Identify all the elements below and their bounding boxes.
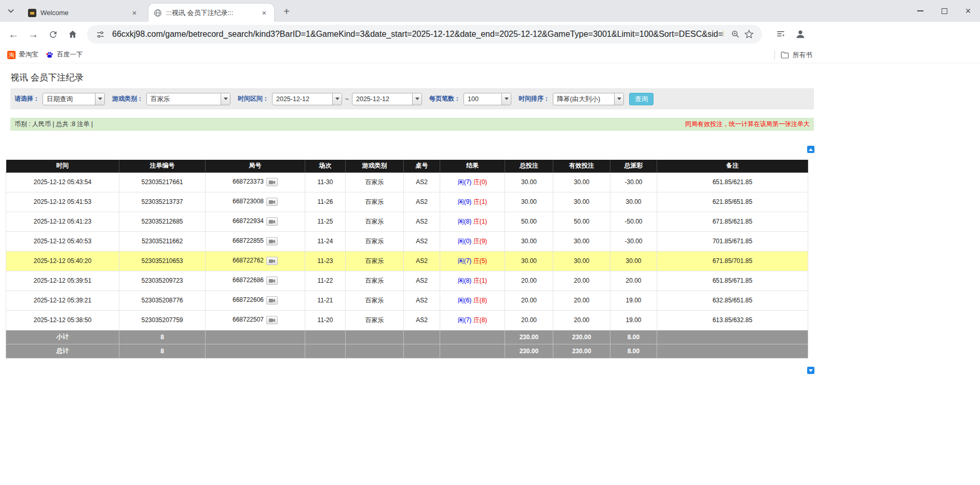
bookmark-aitaobao[interactable]: 淘 爱淘宝 — [7, 50, 38, 59]
address-bar[interactable]: 66cxkj98.com/game/betrecord_search/kind3… — [87, 25, 762, 44]
bet-row: 2025-12-12 05:38:50523035207759668722507… — [6, 310, 808, 330]
result-player: 闲(8) — [458, 218, 472, 225]
result-player: 闲(7) — [458, 257, 472, 265]
result-player: 闲(6) — [458, 297, 472, 304]
cell-valid-bet: 20.00 — [553, 271, 610, 290]
profile-avatar-icon[interactable] — [792, 26, 809, 43]
tab-close-icon[interactable]: × — [130, 8, 139, 18]
dropdown-arrow-icon[interactable] — [501, 93, 511, 105]
dropdown-arrow-icon[interactable] — [614, 93, 623, 105]
replay-video-icon[interactable] — [266, 316, 278, 324]
round-number: 668722762 — [233, 257, 264, 264]
cell-time: 2025-12-12 05:39:21 — [6, 290, 119, 310]
back-icon[interactable]: ← — [4, 25, 23, 44]
total-payout: 8.00 — [610, 344, 657, 358]
home-icon[interactable] — [63, 25, 82, 44]
total-count: 8 — [119, 344, 206, 358]
taobao-icon: 淘 — [7, 51, 16, 59]
media-controls-icon[interactable] — [772, 26, 789, 43]
reload-icon[interactable] — [44, 25, 62, 44]
bet-row: 2025-12-12 05:39:51523035209723668722686… — [6, 271, 808, 290]
cell-valid-bet: 50.00 — [553, 212, 610, 231]
close-button[interactable]: × — [956, 0, 980, 22]
cell-time: 2025-12-12 05:41:53 — [6, 192, 119, 212]
search-button[interactable]: 查询 — [629, 93, 654, 105]
cell-game-type: 百家乐 — [346, 290, 404, 310]
dropdown-arrow-icon[interactable] — [412, 93, 421, 105]
replay-video-icon[interactable] — [266, 276, 278, 285]
bet-table-area: 时间 注单编号 局号 场次 游戏类别 桌号 结果 总投注 有效投注 总派彩 备注… — [6, 144, 814, 375]
sort-dropdown[interactable]: 降幂(由大到小) — [553, 93, 624, 105]
cell-total-bet[interactable]: 30.00 — [505, 192, 553, 212]
scroll-down-button[interactable] — [807, 367, 814, 374]
total-valid-bet: 230.00 — [553, 344, 610, 358]
bet-row: 2025-12-12 05:39:21523035208776668722606… — [6, 290, 808, 310]
replay-video-icon[interactable] — [266, 217, 278, 226]
cell-round: 668722762 — [206, 251, 305, 271]
cell-bet-id: 523035213737 — [119, 192, 206, 212]
cell-total-bet[interactable]: 30.00 — [505, 251, 553, 271]
date-range-label: 时间区间： — [238, 94, 269, 103]
cell-total-bet[interactable]: 20.00 — [505, 271, 553, 290]
all-bookmarks[interactable]: 所有书 — [774, 47, 818, 63]
globe-favicon-icon — [154, 9, 162, 17]
query-type-dropdown[interactable]: 日期查询 — [43, 93, 105, 105]
replay-video-icon[interactable] — [266, 237, 278, 245]
result-banker: 庄(8) — [473, 316, 487, 324]
cell-total-bet[interactable]: 20.00 — [505, 310, 553, 330]
col-payout: 总派彩 — [610, 160, 657, 172]
cell-table: AS2 — [404, 192, 440, 212]
bookmark-star-icon[interactable] — [742, 27, 756, 41]
forward-icon[interactable]: → — [24, 25, 43, 44]
cell-result: 闲(8) 庄(1) — [440, 271, 505, 290]
col-bet-id: 注单编号 — [119, 160, 206, 172]
cell-total-bet[interactable]: 30.00 — [505, 172, 553, 192]
cell-time: 2025-12-12 05:41:23 — [6, 212, 119, 231]
per-page-dropdown[interactable]: 100 — [464, 93, 511, 105]
replay-video-icon[interactable] — [266, 178, 278, 186]
zoom-icon[interactable] — [729, 27, 742, 41]
cell-total-bet[interactable]: 50.00 — [505, 212, 553, 231]
dropdown-arrow-icon[interactable] — [95, 93, 104, 105]
bet-row: 2025-12-12 05:43:54523035217661668723373… — [6, 172, 808, 192]
round-number: 668722686 — [233, 276, 264, 284]
round-number: 668722934 — [233, 217, 264, 225]
bookmarks-divider — [774, 50, 775, 60]
bookmark-baidu[interactable]: 百度一下 — [46, 50, 83, 59]
cell-result: 闲(8) 庄(1) — [440, 212, 505, 231]
cell-game-type: 百家乐 — [346, 251, 404, 271]
date-end-dropdown[interactable]: 2025-12-12 — [352, 93, 422, 105]
cell-round: 668722855 — [206, 231, 305, 251]
per-page-value: 100 — [464, 93, 501, 105]
replay-video-icon[interactable] — [266, 257, 278, 265]
maximize-button[interactable] — [932, 0, 956, 22]
new-tab-button[interactable]: + — [279, 4, 294, 19]
dropdown-arrow-icon[interactable] — [332, 93, 342, 105]
cell-total-bet[interactable]: 30.00 — [505, 231, 553, 251]
replay-video-icon[interactable] — [266, 198, 278, 206]
chevron-down-icon[interactable] — [4, 5, 18, 17]
scroll-up-button[interactable] — [807, 146, 814, 153]
url-text[interactable]: 66cxkj98.com/game/betrecord_search/kind3… — [112, 30, 724, 39]
date-start-dropdown[interactable]: 2025-12-12 — [272, 93, 342, 105]
tab-bet-records[interactable]: :::视讯 会员下注纪录::: × — [148, 4, 274, 22]
game-type-dropdown[interactable]: 百家乐 — [146, 93, 230, 105]
cell-total-bet[interactable]: 20.00 — [505, 290, 553, 310]
replay-video-icon[interactable] — [266, 296, 278, 304]
cell-round: 668723373 — [206, 172, 305, 192]
bet-table: 时间 注单编号 局号 场次 游戏类别 桌号 结果 总投注 有效投注 总派彩 备注… — [6, 160, 808, 358]
cell-result: 闲(6) 庄(8) — [440, 290, 505, 310]
bet-row: 2025-12-12 05:40:20523035210653668722762… — [6, 251, 808, 271]
site-info-icon[interactable] — [93, 27, 107, 41]
cell-session: 11-25 — [305, 212, 346, 231]
cell-session: 11-26 — [305, 192, 346, 212]
minimize-button[interactable] — [908, 0, 932, 22]
query-type-value: 日期查询 — [43, 93, 95, 105]
tab-welcome[interactable]: Welcome × — [23, 4, 144, 22]
dropdown-arrow-icon[interactable] — [221, 93, 230, 105]
cell-result: 闲(7) 庄(0) — [440, 172, 505, 192]
tab-close-icon[interactable]: × — [260, 8, 269, 18]
per-page-label: 每页笔数： — [429, 94, 460, 103]
result-player: 闲(0) — [458, 238, 472, 245]
cell-bet-id: 523035210653 — [119, 251, 206, 271]
